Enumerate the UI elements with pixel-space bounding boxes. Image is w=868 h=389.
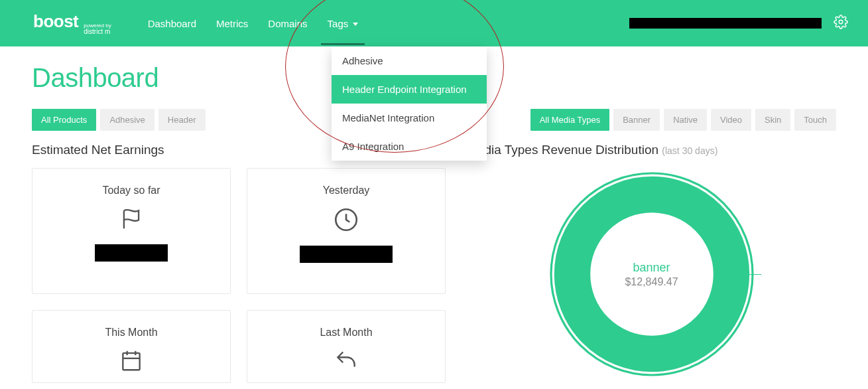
dropdown-item-header-endpoint[interactable]: Header Endpoint Integration [332, 75, 487, 104]
user-info-redacted [629, 18, 822, 29]
donut-center-label: banner $12,849.47 [625, 261, 678, 288]
nav-dashboard[interactable]: Dashboard [148, 2, 196, 45]
svg-point-0 [839, 20, 843, 24]
earnings-value-redacted [300, 246, 393, 263]
filter-all-products[interactable]: All Products [32, 109, 96, 131]
nav-metrics[interactable]: Metrics [216, 2, 248, 45]
filter-all-media[interactable]: All Media Types [530, 109, 610, 131]
earnings-value-redacted [95, 244, 168, 262]
filter-header[interactable]: Header [158, 109, 206, 131]
content-row: Estimated Net Earnings Today so far Yest… [32, 143, 836, 383]
card-this-month: This Month [32, 310, 231, 383]
gear-icon[interactable] [834, 15, 848, 32]
tags-dropdown: Adhesive Header Endpoint Integration Med… [332, 46, 487, 161]
calendar-icon [119, 348, 144, 376]
donut-chart-wrap: banner $12,849.47 [467, 168, 836, 380]
card-label: This Month [105, 327, 157, 339]
logo[interactable]: boost powered by district m [33, 11, 111, 35]
reply-arrow-icon [332, 348, 360, 376]
nav-domains[interactable]: Domains [268, 2, 307, 45]
filter-skin[interactable]: Skin [755, 109, 790, 131]
filter-banner[interactable]: Banner [613, 109, 660, 131]
card-yesterday: Yesterday [247, 168, 446, 294]
product-filter-group: All Products Adhesive Header [32, 109, 206, 131]
dropdown-item-a9[interactable]: A9 Integration [332, 132, 487, 161]
card-label: Yesterday [323, 185, 370, 196]
earnings-grid: Today so far Yesterday This Month [32, 168, 447, 383]
media-filter-group: All Media Types Banner Native Video Skin… [530, 109, 836, 131]
chevron-down-icon [353, 23, 358, 26]
main-nav: Dashboard Metrics Domains Tags [148, 2, 359, 45]
svg-rect-2 [123, 353, 139, 370]
dropdown-item-adhesive[interactable]: Adhesive [332, 46, 487, 75]
card-today: Today so far [32, 168, 231, 294]
logo-subtext: powered by district m [84, 23, 111, 35]
filter-video[interactable]: Video [711, 109, 751, 131]
flag-icon [119, 206, 144, 235]
card-last-month: Last Month [247, 310, 446, 383]
distribution-title: Media Types Revenue Distribution (last 3… [467, 143, 836, 157]
chart-callout-line [721, 274, 761, 275]
logo-text: boost [33, 11, 78, 32]
dropdown-item-medianet[interactable]: MediaNet Integration [332, 104, 487, 132]
user-area [629, 15, 848, 32]
card-label: Today so far [102, 185, 160, 196]
filter-adhesive[interactable]: Adhesive [100, 109, 154, 131]
card-label: Last Month [320, 327, 372, 339]
clock-icon [332, 206, 360, 236]
distribution-section: Media Types Revenue Distribution (last 3… [467, 143, 836, 380]
topbar: boost powered by district m Dashboard Me… [0, 0, 868, 46]
donut-chart: banner $12,849.47 [546, 168, 758, 380]
filter-native[interactable]: Native [664, 109, 707, 131]
earnings-section: Estimated Net Earnings Today so far Yest… [32, 143, 447, 383]
nav-tags[interactable]: Tags [328, 2, 359, 45]
filter-touch[interactable]: Touch [794, 109, 836, 131]
